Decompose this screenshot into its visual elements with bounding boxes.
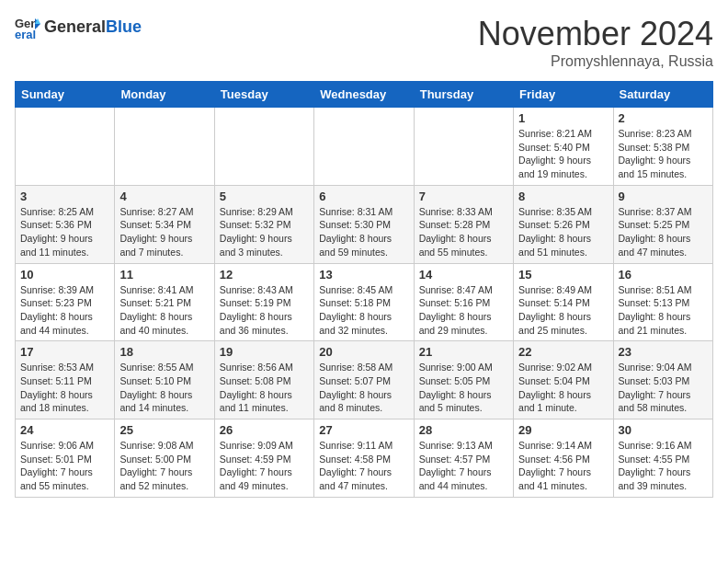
day-info: Sunrise: 9:14 AM Sunset: 4:56 PM Dayligh… (518, 439, 608, 493)
day-cell: 7Sunrise: 8:33 AM Sunset: 5:28 PM Daylig… (414, 185, 513, 263)
day-number: 8 (518, 190, 608, 203)
day-cell: 22Sunrise: 9:02 AM Sunset: 5:04 PM Dayli… (514, 341, 613, 419)
day-cell: 16Sunrise: 8:51 AM Sunset: 5:13 PM Dayli… (613, 263, 712, 341)
day-info: Sunrise: 8:41 AM Sunset: 5:21 PM Dayligh… (119, 283, 209, 338)
day-info: Sunrise: 8:25 AM Sunset: 5:36 PM Dayligh… (20, 205, 109, 259)
day-cell: 30Sunrise: 9:16 AM Sunset: 4:55 PM Dayli… (613, 419, 712, 498)
day-cell: 12Sunrise: 8:43 AM Sunset: 5:19 PM Dayli… (214, 263, 313, 341)
day-cell: 26Sunrise: 9:09 AM Sunset: 4:59 PM Dayli… (214, 419, 313, 498)
week-row-2: 3Sunrise: 8:25 AM Sunset: 5:36 PM Daylig… (16, 185, 713, 263)
day-number: 19 (220, 345, 309, 359)
day-info: Sunrise: 8:37 AM Sunset: 5:25 PM Dayligh… (619, 205, 708, 259)
col-header-sunday: Sunday (16, 82, 115, 108)
day-cell (414, 108, 513, 186)
day-info: Sunrise: 8:56 AM Sunset: 5:08 PM Dayligh… (220, 361, 309, 415)
day-info: Sunrise: 8:35 AM Sunset: 5:26 PM Dayligh… (518, 205, 608, 259)
day-info: Sunrise: 8:23 AM Sunset: 5:38 PM Dayligh… (619, 127, 708, 181)
day-cell: 5Sunrise: 8:29 AM Sunset: 5:32 PM Daylig… (214, 185, 313, 263)
day-cell: 10Sunrise: 8:39 AM Sunset: 5:23 PM Dayli… (16, 263, 115, 341)
day-cell (16, 108, 115, 186)
day-info: Sunrise: 9:09 AM Sunset: 4:59 PM Dayligh… (220, 439, 309, 493)
day-number: 25 (119, 423, 209, 437)
col-header-monday: Monday (115, 82, 214, 108)
calendar-header-row: SundayMondayTuesdayWednesdayThursdayFrid… (16, 82, 713, 108)
day-info: Sunrise: 8:31 AM Sunset: 5:30 PM Dayligh… (319, 205, 408, 259)
day-number: 10 (20, 268, 109, 282)
col-header-friday: Friday (514, 82, 613, 108)
day-number: 5 (220, 190, 309, 203)
week-row-1: 1Sunrise: 8:21 AM Sunset: 5:40 PM Daylig… (16, 108, 713, 186)
day-number: 26 (220, 423, 309, 437)
day-cell: 18Sunrise: 8:55 AM Sunset: 5:10 PM Dayli… (115, 341, 214, 419)
day-cell: 15Sunrise: 8:49 AM Sunset: 5:14 PM Dayli… (514, 263, 613, 341)
day-cell: 23Sunrise: 9:04 AM Sunset: 5:03 PM Dayli… (613, 341, 712, 419)
day-cell (314, 108, 414, 186)
day-number: 17 (20, 345, 109, 359)
logo-icon: Gen eral (15, 15, 40, 40)
day-number: 27 (319, 423, 408, 437)
day-cell: 20Sunrise: 8:58 AM Sunset: 5:07 PM Dayli… (314, 341, 414, 419)
day-info: Sunrise: 9:02 AM Sunset: 5:04 PM Dayligh… (518, 361, 608, 415)
day-number: 24 (20, 423, 109, 437)
day-info: Sunrise: 8:27 AM Sunset: 5:34 PM Dayligh… (119, 205, 209, 259)
day-number: 12 (220, 268, 309, 282)
day-number: 16 (619, 268, 708, 282)
day-number: 6 (319, 190, 408, 203)
month-title: November 2024 (478, 15, 713, 53)
day-cell: 13Sunrise: 8:45 AM Sunset: 5:18 PM Dayli… (314, 263, 414, 341)
col-header-tuesday: Tuesday (214, 82, 313, 108)
day-number: 1 (518, 111, 608, 125)
svg-text:eral: eral (15, 28, 36, 40)
day-info: Sunrise: 8:49 AM Sunset: 5:14 PM Dayligh… (518, 283, 608, 338)
day-info: Sunrise: 8:58 AM Sunset: 5:07 PM Dayligh… (319, 361, 408, 415)
day-number: 29 (518, 423, 608, 437)
day-number: 4 (119, 190, 209, 203)
day-cell: 1Sunrise: 8:21 AM Sunset: 5:40 PM Daylig… (514, 108, 613, 186)
day-cell (214, 108, 313, 186)
day-number: 20 (319, 345, 408, 359)
day-cell: 24Sunrise: 9:06 AM Sunset: 5:01 PM Dayli… (16, 419, 115, 498)
logo: Gen eral GeneralBlue (15, 15, 142, 40)
day-number: 14 (419, 268, 508, 282)
day-number: 7 (419, 190, 508, 203)
day-info: Sunrise: 9:04 AM Sunset: 5:03 PM Dayligh… (619, 361, 708, 415)
day-info: Sunrise: 8:51 AM Sunset: 5:13 PM Dayligh… (619, 283, 708, 338)
day-cell: 8Sunrise: 8:35 AM Sunset: 5:26 PM Daylig… (514, 185, 613, 263)
col-header-saturday: Saturday (613, 82, 712, 108)
day-cell: 14Sunrise: 8:47 AM Sunset: 5:16 PM Dayli… (414, 263, 513, 341)
day-cell: 28Sunrise: 9:13 AM Sunset: 4:57 PM Dayli… (414, 419, 513, 498)
week-row-4: 17Sunrise: 8:53 AM Sunset: 5:11 PM Dayli… (16, 341, 713, 419)
day-number: 22 (518, 345, 608, 359)
day-number: 30 (619, 423, 708, 437)
logo-blue-text: Blue (106, 17, 142, 36)
day-number: 2 (619, 111, 708, 125)
day-number: 28 (419, 423, 508, 437)
day-number: 15 (518, 268, 608, 282)
day-cell: 6Sunrise: 8:31 AM Sunset: 5:30 PM Daylig… (314, 185, 414, 263)
day-info: Sunrise: 8:53 AM Sunset: 5:11 PM Dayligh… (20, 361, 109, 415)
day-info: Sunrise: 9:06 AM Sunset: 5:01 PM Dayligh… (20, 439, 109, 493)
day-info: Sunrise: 8:45 AM Sunset: 5:18 PM Dayligh… (319, 283, 408, 338)
day-number: 3 (20, 190, 109, 203)
day-info: Sunrise: 9:11 AM Sunset: 4:58 PM Dayligh… (319, 439, 408, 493)
calendar: SundayMondayTuesdayWednesdayThursdayFrid… (15, 81, 713, 498)
day-cell: 21Sunrise: 9:00 AM Sunset: 5:05 PM Dayli… (414, 341, 513, 419)
day-number: 21 (419, 345, 508, 359)
week-row-3: 10Sunrise: 8:39 AM Sunset: 5:23 PM Dayli… (16, 263, 713, 341)
day-cell: 3Sunrise: 8:25 AM Sunset: 5:36 PM Daylig… (16, 185, 115, 263)
day-info: Sunrise: 9:08 AM Sunset: 5:00 PM Dayligh… (119, 439, 209, 493)
day-cell: 2Sunrise: 8:23 AM Sunset: 5:38 PM Daylig… (613, 108, 712, 186)
day-info: Sunrise: 9:16 AM Sunset: 4:55 PM Dayligh… (619, 439, 708, 493)
day-number: 13 (319, 268, 408, 282)
week-row-5: 24Sunrise: 9:06 AM Sunset: 5:01 PM Dayli… (16, 419, 713, 498)
day-cell: 27Sunrise: 9:11 AM Sunset: 4:58 PM Dayli… (314, 419, 414, 498)
day-number: 11 (119, 268, 209, 282)
day-cell: 9Sunrise: 8:37 AM Sunset: 5:25 PM Daylig… (613, 185, 712, 263)
day-info: Sunrise: 9:00 AM Sunset: 5:05 PM Dayligh… (419, 361, 508, 415)
day-info: Sunrise: 8:29 AM Sunset: 5:32 PM Dayligh… (220, 205, 309, 259)
logo-general-text: General (44, 17, 106, 36)
day-info: Sunrise: 8:39 AM Sunset: 5:23 PM Dayligh… (20, 283, 109, 338)
day-cell: 19Sunrise: 8:56 AM Sunset: 5:08 PM Dayli… (214, 341, 313, 419)
day-info: Sunrise: 8:33 AM Sunset: 5:28 PM Dayligh… (419, 205, 508, 259)
col-header-thursday: Thursday (414, 82, 513, 108)
